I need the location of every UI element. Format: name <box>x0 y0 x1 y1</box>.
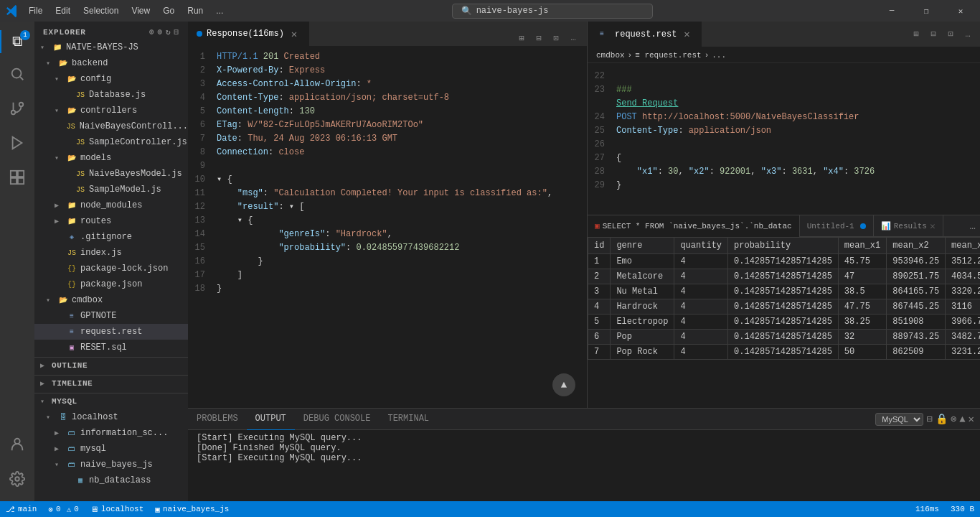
status-db[interactable]: ▣ naive_bayes_js <box>149 501 235 517</box>
menu-selection[interactable]: Selection <box>77 4 124 18</box>
right-panel-btn2[interactable]: ⊟ <box>925 27 941 42</box>
tab-terminal[interactable]: TERMINAL <box>379 409 438 430</box>
global-search-bar[interactable]: 🔍 naive-bayes-js <box>452 4 653 19</box>
minimize-button[interactable]: ─ <box>875 0 908 22</box>
panel-maximize-icon[interactable]: ▲ <box>959 414 965 425</box>
sidebar-item-backend[interactable]: ▾ 📂 backend <box>34 55 188 71</box>
sidebar-item-gitignore[interactable]: ◈ .gitignore <box>34 229 188 245</box>
sidebar-item-package-lock[interactable]: {} package-lock.json <box>34 261 188 276</box>
right-panel-more[interactable]: … <box>960 27 976 42</box>
panel-filter-icon[interactable]: ⊟ <box>926 413 932 425</box>
sidebar-item-index-js[interactable]: JS index.js <box>34 245 188 261</box>
status-server[interactable]: 🖥 localhost <box>85 501 149 517</box>
activity-settings[interactable] <box>0 464 34 498</box>
activity-source-control[interactable] <box>0 93 34 128</box>
tab-response[interactable]: Response(116ms) ✕ <box>188 22 309 46</box>
activity-search[interactable] <box>0 59 34 93</box>
response-tab-close[interactable]: ✕ <box>288 28 300 39</box>
outline-chevron: ▶ <box>40 361 50 370</box>
menu-edit[interactable]: Edit <box>50 4 76 18</box>
untitled-modified-dot <box>860 223 866 229</box>
sidebar-item-sample-controller[interactable]: JS SampleController.js <box>34 134 188 150</box>
split-editor-button[interactable]: ⊞ <box>514 30 529 46</box>
activity-run-debug[interactable] <box>0 128 34 162</box>
tab-output[interactable]: OUTPUT <box>247 409 295 430</box>
panel-close-icon[interactable]: ✕ <box>969 413 974 425</box>
tab-request-rest[interactable]: ≡ request.rest ✕ <box>588 22 702 47</box>
sidebar-item-models[interactable]: ▾ 📂 models <box>34 150 188 166</box>
sidebar-item-localhost[interactable]: ▾ 🗄 localhost <box>34 409 188 425</box>
status-branch[interactable]: ⎇ main <box>0 501 42 517</box>
mysql-header[interactable]: ▾ MYSQL <box>34 393 188 409</box>
sidebar-item-naive-bayes-js[interactable]: ▾ 🗃 naive_bayes_js <box>34 457 188 472</box>
new-file-icon[interactable]: ⊕ <box>149 27 155 37</box>
restore-button[interactable]: ❐ <box>910 0 943 22</box>
split-down-button[interactable]: ⊡ <box>548 30 564 46</box>
sidebar-item-routes[interactable]: ▶ 📁 routes <box>34 213 188 229</box>
status-errors[interactable]: ⊗ 0 ⚠ 0 <box>42 501 84 517</box>
output-line-3: [Start] Executing MySQL query... <box>197 453 971 463</box>
tab-debug-console[interactable]: DEBUG CONSOLE <box>295 409 380 430</box>
scroll-to-top-button[interactable]: ▲ <box>552 373 575 396</box>
db-tab-results[interactable]: 📊 Results ✕ <box>874 215 943 237</box>
timing-value: 116ms <box>915 505 939 513</box>
db-tab-untitled[interactable]: Untitled-1 <box>800 215 874 237</box>
response-code-editor[interactable]: 1 HTTP/1.1 201 Created 2 X-Powered-By: E… <box>188 47 587 408</box>
new-folder-icon[interactable]: ⊕ <box>157 27 163 37</box>
gitignore-icon: ◈ <box>66 231 77 243</box>
collapse-all-icon[interactable]: ⊟ <box>174 27 179 37</box>
sidebar-item-naivebayes-model[interactable]: JS NaiveBayesModel.js <box>34 166 188 182</box>
request-rest-tab-close[interactable]: ✕ <box>681 29 692 40</box>
refresh-icon[interactable]: ↻ <box>166 27 171 37</box>
panel-lock-icon[interactable]: 🔒 <box>936 413 948 425</box>
sidebar-item-reset-sql[interactable]: ▣ RESET.sql <box>34 340 188 355</box>
sidebar-item-cmdbox[interactable]: ▾ 📂 cmdbox <box>34 292 188 308</box>
cmdbox-folder-icon: 📂 <box>57 294 69 306</box>
right-panel-btn1[interactable]: ⊞ <box>908 27 924 42</box>
sidebar-item-naivebayes-controller[interactable]: JS NaiveBayesControll... <box>34 118 188 134</box>
outline-header[interactable]: ▶ OUTLINE <box>34 358 188 373</box>
db-tab-query[interactable]: ▣ SELECT * FROM `naive_bayes_js`.`nb_dat… <box>588 215 800 237</box>
sidebar-item-node-modules[interactable]: ▶ 📁 node_modules <box>34 197 188 213</box>
menu-go[interactable]: Go <box>157 4 180 18</box>
db-action-more[interactable]: … <box>970 220 976 232</box>
right-panel-btn3[interactable]: ⊡ <box>943 27 958 42</box>
code-line-1: 1 HTTP/1.1 201 Created <box>188 50 587 63</box>
sidebar-item-nb-dataclass[interactable]: ▦ nb_dataclass <box>34 472 188 488</box>
code-line-13: 13 ▾ { <box>188 213 587 227</box>
close-button[interactable]: ✕ <box>944 0 977 22</box>
tab-problems[interactable]: PROBLEMS <box>188 409 247 430</box>
sample-model-icon: JS <box>75 184 86 195</box>
panel-clear-icon[interactable]: ⊗ <box>951 413 956 425</box>
tree-root[interactable]: ▾ 📁 NAIVE-BAYES-JS <box>34 39 188 55</box>
menu-view[interactable]: View <box>126 4 156 18</box>
more-actions-button[interactable]: … <box>565 30 581 46</box>
sidebar-item-package-json[interactable]: {} package.json <box>34 276 188 292</box>
rest-editor-content[interactable]: 22 23 ### Send Request 24 <box>588 63 980 215</box>
menu-run[interactable]: Run <box>182 4 209 18</box>
split-right-button[interactable]: ⊟ <box>531 30 547 46</box>
db-table-container[interactable]: id genre quantity probability mean_x1 me… <box>588 237 980 408</box>
error-icon: ⊗ <box>48 505 53 514</box>
menu-more[interactable]: ... <box>210 4 229 18</box>
reset-sql-icon: ▣ <box>66 342 77 353</box>
breadcrumb-sep2: › <box>705 51 710 60</box>
sidebar-item-database-js[interactable]: JS Database.js <box>34 87 188 103</box>
menu-file[interactable]: File <box>23 4 48 18</box>
node-modules-label: node_modules <box>80 200 142 210</box>
sidebar-item-mysql[interactable]: ▶ 🗃 mysql <box>34 441 188 457</box>
results-tab-close[interactable]: ✕ <box>930 220 936 232</box>
sidebar-item-request-rest[interactable]: ≡ request.rest <box>34 324 188 340</box>
sidebar-item-gptnote[interactable]: ≡ GPTNOTE <box>34 308 188 324</box>
svg-point-0 <box>12 69 22 78</box>
main-container: ⧉ 1 <box>0 22 980 501</box>
timeline-header[interactable]: ▶ TIMELINE <box>34 376 188 391</box>
sidebar-item-controllers[interactable]: ▾ 📂 controllers <box>34 103 188 118</box>
activity-explorer[interactable]: ⧉ 1 <box>0 24 34 59</box>
output-source-select[interactable]: MySQL <box>875 413 923 426</box>
sidebar-item-config[interactable]: ▾ 📂 config <box>34 71 188 87</box>
activity-extensions[interactable] <box>0 162 34 197</box>
activity-account[interactable] <box>0 429 34 464</box>
sidebar-item-sample-model[interactable]: JS SampleModel.js <box>34 182 188 197</box>
sidebar-item-information-schema[interactable]: ▶ 🗃 information_sc... <box>34 425 188 441</box>
